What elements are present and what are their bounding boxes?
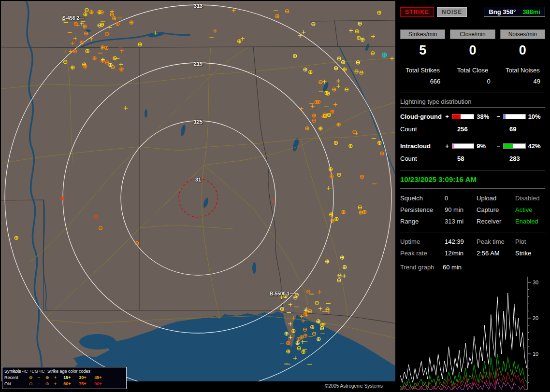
trend-graph: 102030 bbox=[400, 275, 545, 390]
cg-plus-bar-fill bbox=[452, 114, 461, 119]
strike-mode-button[interactable]: STRIKE bbox=[400, 7, 434, 17]
strikes-per-min-header: Strikes/min bbox=[400, 29, 445, 39]
receiver-label: Receiver bbox=[477, 218, 515, 225]
noise-mode-button[interactable]: NOISE bbox=[437, 7, 467, 17]
strike-symbol bbox=[341, 256, 344, 259]
strike-symbol bbox=[101, 23, 104, 27]
strike-symbol bbox=[284, 294, 287, 298]
strike-symbol bbox=[361, 38, 364, 42]
strike-symbol bbox=[320, 323, 324, 326]
strike-symbol bbox=[287, 341, 290, 345]
strike-symbol bbox=[120, 68, 123, 71]
minus-sign: − bbox=[496, 142, 501, 150]
strike-symbol bbox=[297, 337, 300, 341]
trend-graph-label: Trend graph bbox=[400, 264, 434, 271]
strike-symbol bbox=[327, 113, 331, 117]
strike-symbol bbox=[317, 337, 320, 341]
strike-symbol bbox=[292, 329, 295, 333]
divider bbox=[400, 93, 545, 93]
sensor-marker-icon bbox=[382, 53, 387, 57]
strike-symbol bbox=[90, 11, 93, 14]
strike-symbol bbox=[275, 14, 279, 18]
settings-grid: Squelch 0 Upload Disabled Persistence 90… bbox=[400, 195, 545, 225]
symbol-legend: Symbols-CG-IC+CG+ICStrike age color code… bbox=[2, 367, 127, 389]
strike-symbol bbox=[84, 13, 87, 16]
strike-symbol bbox=[343, 266, 347, 269]
total-strikes-value: 666 bbox=[400, 78, 445, 85]
divider bbox=[400, 170, 545, 170]
plus-sign: + bbox=[445, 113, 449, 120]
legend-age-value: 15+ bbox=[59, 375, 75, 381]
totals: Total Strikes 666 Total Close 0 Total No… bbox=[400, 67, 545, 85]
divider bbox=[400, 188, 545, 189]
legend-row-label: Recent bbox=[4, 375, 27, 381]
squelch-value: 0 bbox=[445, 195, 477, 202]
strike-symbol bbox=[330, 213, 333, 216]
legend-symbol-icon: ⊖ bbox=[27, 381, 35, 387]
ic-plus-bar bbox=[452, 143, 475, 149]
strike-symbol bbox=[94, 215, 98, 219]
plot-label: Plot bbox=[515, 238, 545, 245]
plot-value: Strike bbox=[515, 250, 545, 257]
cg-minus-count: 69 bbox=[507, 126, 516, 133]
strike-symbol bbox=[342, 210, 345, 214]
peak-rate-label: Peak rate bbox=[400, 250, 445, 257]
strike-symbol bbox=[113, 17, 116, 20]
strike-symbol bbox=[337, 123, 340, 126]
strike-symbol bbox=[320, 326, 324, 330]
cg-minus-bar bbox=[503, 114, 526, 119]
strike-symbol bbox=[309, 70, 312, 74]
strike-symbol bbox=[356, 61, 360, 64]
close-per-min-value: 0 bbox=[450, 43, 495, 58]
strike-symbol bbox=[135, 241, 139, 245]
trace-magenta bbox=[400, 379, 527, 390]
strike-symbol bbox=[359, 211, 362, 214]
strike-symbol bbox=[304, 68, 307, 71]
strike-symbol bbox=[355, 30, 359, 33]
cloud-ground-label: Cloud-ground bbox=[400, 113, 442, 120]
strikes-per-min-value: 5 bbox=[400, 43, 445, 58]
trend-graph-window: 60 min bbox=[443, 264, 462, 271]
strike-symbol bbox=[311, 325, 314, 329]
ic-minus-count: 283 bbox=[507, 155, 520, 162]
svg-text:30: 30 bbox=[533, 280, 538, 285]
svg-text:10: 10 bbox=[533, 351, 538, 357]
peak-time-label: Peak time bbox=[477, 238, 515, 245]
rate-stats: Strikes/min 5 Close/min 0 Noises/min 0 bbox=[400, 29, 545, 58]
ic-minus-bar bbox=[503, 143, 526, 149]
cg-minus-bar-fill bbox=[504, 114, 506, 119]
total-noises-value: 49 bbox=[500, 78, 545, 85]
cloud-ground-row: Cloud-ground + 38% − 10% bbox=[400, 113, 545, 120]
strike-symbol bbox=[304, 334, 307, 337]
trace-white bbox=[400, 293, 527, 382]
ic-plus-percent: 9% bbox=[477, 142, 493, 150]
legend-age-value: 30+ bbox=[75, 375, 90, 381]
noises-per-min-header: Noises/min bbox=[500, 29, 545, 39]
strike-symbol bbox=[293, 55, 297, 58]
noises-per-min-value: 0 bbox=[500, 43, 545, 58]
strike-symbol bbox=[71, 66, 74, 69]
strike-symbol bbox=[296, 342, 299, 345]
intracloud-label: Intracloud bbox=[400, 142, 442, 150]
datetime-display: 10/23/2025 3:09:16 AM bbox=[400, 175, 545, 183]
count-label: Count bbox=[400, 155, 446, 162]
bearing-indicator: Bng 358° 388mi bbox=[484, 7, 545, 17]
strike-symbol bbox=[317, 320, 320, 323]
legend-age-value: 45+ bbox=[90, 375, 106, 381]
legend-symbol-icon: ⊕ bbox=[43, 381, 51, 387]
strike-symbol bbox=[349, 144, 352, 148]
legend-symbol-icon: + bbox=[51, 375, 59, 381]
strike-symbol bbox=[326, 260, 329, 263]
legend-header: -IC bbox=[21, 368, 29, 375]
total-strikes-label: Total Strikes bbox=[400, 67, 445, 74]
map-display[interactable]: 31321912531S-456 2—B-5500 1— ©2005 Astro… bbox=[1, 1, 395, 390]
uptime-grid: Uptime 142:39 Peak time Plot Peak rate 1… bbox=[400, 238, 545, 257]
legend-age-value: 60+ bbox=[59, 381, 75, 387]
receiver-status: Enabled bbox=[515, 218, 545, 225]
strike-symbol bbox=[285, 332, 288, 336]
strike-symbol bbox=[280, 308, 284, 311]
trend-graph-header: Trend graph 60 min bbox=[400, 264, 545, 271]
cg-plus-count: 256 bbox=[455, 126, 498, 133]
map-svg bbox=[1, 1, 395, 390]
ic-plus-bar-fill bbox=[452, 144, 454, 148]
